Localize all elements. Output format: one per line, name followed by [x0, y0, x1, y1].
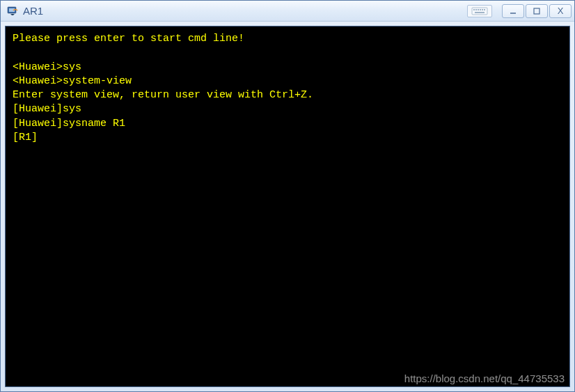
window-controls: X [467, 4, 572, 18]
terminal-container: Please press enter to start cmd line!<Hu… [1, 22, 574, 391]
terminal-line: Please press enter to start cmd line! [13, 32, 562, 46]
terminal-line: <Huawei>system-view [13, 75, 562, 88]
svg-rect-11 [534, 8, 539, 14]
terminal[interactable]: Please press enter to start cmd line!<Hu… [5, 26, 570, 387]
terminal-line: <Huawei>sys [13, 61, 562, 75]
svg-rect-5 [478, 9, 479, 10]
ensp-device-icon [6, 5, 19, 17]
window-title: AR1 [23, 5, 467, 17]
close-button[interactable]: X [549, 4, 572, 18]
input-indicator-icon [467, 5, 492, 17]
svg-rect-2 [472, 8, 487, 15]
terminal-line: [Huawei]sys [13, 102, 562, 116]
svg-rect-6 [480, 9, 481, 10]
svg-rect-7 [482, 9, 483, 10]
close-icon: X [558, 6, 564, 16]
svg-rect-8 [484, 9, 485, 10]
terminal-line: [R1] [13, 131, 562, 145]
minimize-button[interactable] [502, 4, 524, 18]
app-window: AR1 X [0, 0, 575, 392]
terminal-line [13, 46, 562, 60]
terminal-line: [Huawei]sysname R1 [13, 117, 562, 131]
svg-rect-3 [473, 9, 475, 10]
svg-rect-4 [475, 9, 477, 10]
maximize-button[interactable] [526, 4, 548, 18]
titlebar[interactable]: AR1 X [1, 1, 574, 22]
svg-rect-9 [475, 12, 485, 13]
terminal-line: Enter system view, return user view with… [13, 88, 562, 102]
